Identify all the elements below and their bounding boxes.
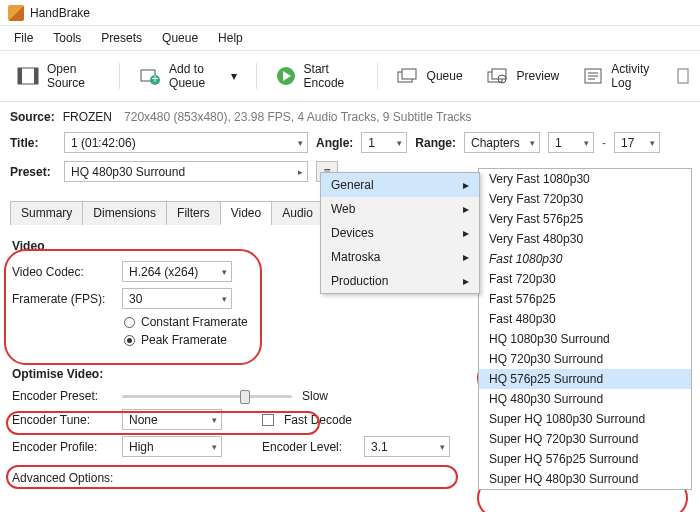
open-source-button[interactable]: Open Source — [8, 57, 109, 95]
preset-fast-720p30[interactable]: Fast 720p30 — [479, 269, 691, 289]
preview-label: Preview — [517, 69, 560, 83]
preset-category-menu: General▸ Web▸ Devices▸ Matroska▸ Product… — [320, 172, 480, 294]
title-select[interactable]: 1 (01:42:06)▾ — [64, 132, 308, 153]
preset-fast-480p30[interactable]: Fast 480p30 — [479, 309, 691, 329]
menu-presets[interactable]: Presets — [91, 28, 152, 48]
tab-summary[interactable]: Summary — [10, 201, 83, 225]
preset-list-menu: Very Fast 1080p30 Very Fast 720p30 Very … — [478, 168, 692, 490]
menu-bar: File Tools Presets Queue Help — [0, 26, 700, 51]
mi-label: Matroska — [331, 250, 380, 264]
svg-rect-2 — [34, 68, 38, 84]
start-encode-label: Start Encode — [304, 62, 358, 90]
title-label: Title: — [10, 136, 56, 150]
menu-item-devices[interactable]: Devices▸ — [321, 221, 479, 245]
preview-icon — [487, 66, 509, 86]
range-label: Range: — [415, 136, 456, 150]
angle-select[interactable]: 1▾ — [361, 132, 407, 153]
chevron-down-icon: ▾ — [231, 69, 237, 83]
tab-video[interactable]: Video — [220, 201, 272, 225]
preset-value: HQ 480p30 Surround — [71, 165, 185, 179]
source-meta: 720x480 (853x480), 23.98 FPS, 4 Audio Tr… — [124, 110, 472, 124]
video-codec-select[interactable]: H.264 (x264)▾ — [122, 261, 232, 282]
preview-button[interactable]: Preview — [478, 61, 569, 91]
preset-very-fast-576p25[interactable]: Very Fast 576p25 — [479, 209, 691, 229]
menu-help[interactable]: Help — [208, 28, 253, 48]
start-encode-button[interactable]: Start Encode — [267, 57, 367, 95]
mi-label: General — [331, 178, 374, 192]
mi-label: Web — [331, 202, 355, 216]
svg-rect-11 — [492, 69, 506, 79]
preset-selector[interactable]: HQ 480p30 Surround▸ — [64, 161, 308, 182]
add-queue-icon: + — [139, 66, 161, 86]
menu-item-production[interactable]: Production▸ — [321, 269, 479, 293]
svg-rect-17 — [678, 69, 688, 83]
preset-super-hq-480p30[interactable]: Super HQ 480p30 Surround — [479, 469, 691, 489]
preset-fast-576p25[interactable]: Fast 576p25 — [479, 289, 691, 309]
play-icon — [276, 66, 296, 86]
encoder-tune-select[interactable]: None▾ — [122, 409, 222, 430]
queue-button[interactable]: Queue — [388, 61, 472, 91]
separator — [256, 63, 257, 89]
chevron-right-icon: ▸ — [463, 274, 469, 288]
preset-fast-1080p30[interactable]: Fast 1080p30 — [479, 249, 691, 269]
chevron-right-icon: ▸ — [463, 250, 469, 264]
chevron-down-icon: ▾ — [397, 138, 402, 148]
preset-hq-1080p30[interactable]: HQ 1080p30 Surround — [479, 329, 691, 349]
preset-hq-720p30[interactable]: HQ 720p30 Surround — [479, 349, 691, 369]
preset-super-hq-576p25[interactable]: Super HQ 576p25 Surround — [479, 449, 691, 469]
chevron-right-icon: ▸ — [463, 202, 469, 216]
encoder-tune-label: Encoder Tune: — [12, 413, 112, 427]
tab-filters[interactable]: Filters — [166, 201, 221, 225]
encoder-level-select[interactable]: 3.1▾ — [364, 436, 450, 457]
chapter-from-select[interactable]: 1▾ — [548, 132, 594, 153]
encoder-tune-value: None — [129, 413, 158, 427]
toolbar: Open Source + Add to Queue ▾ Start Encod… — [0, 51, 700, 102]
fast-decode-checkbox[interactable] — [262, 414, 274, 426]
chapter-to-select[interactable]: 17▾ — [614, 132, 660, 153]
menu-item-matroska[interactable]: Matroska▸ — [321, 245, 479, 269]
encoder-profile-select[interactable]: High▾ — [122, 436, 222, 457]
menu-queue[interactable]: Queue — [152, 28, 208, 48]
menu-file[interactable]: File — [4, 28, 43, 48]
source-row: Source: FROZEN 720x480 (853x480), 23.98 … — [0, 102, 700, 128]
activity-log-button[interactable]: Activity Log — [574, 57, 668, 95]
preset-hq-576p25[interactable]: HQ 576p25 Surround — [479, 369, 691, 389]
overflow-icon[interactable] — [674, 66, 692, 86]
preset-super-hq-720p30[interactable]: Super HQ 720p30 Surround — [479, 429, 691, 449]
chevron-down-icon: ▾ — [212, 415, 217, 425]
preset-hq-480p30[interactable]: HQ 480p30 Surround — [479, 389, 691, 409]
tab-dimensions[interactable]: Dimensions — [82, 201, 167, 225]
add-queue-label: Add to Queue — [169, 62, 223, 90]
radio-icon — [124, 317, 135, 328]
fast-decode-label: Fast Decode — [284, 413, 352, 427]
title-value: 1 (01:42:06) — [71, 136, 136, 150]
separator — [377, 63, 378, 89]
svg-text:+: + — [152, 72, 159, 85]
encoder-preset-slider[interactable] — [122, 389, 292, 403]
log-icon — [583, 66, 603, 86]
add-to-queue-button[interactable]: + Add to Queue ▾ — [130, 57, 246, 95]
framerate-value: 30 — [129, 292, 142, 306]
preset-super-hq-1080p30[interactable]: Super HQ 1080p30 Surround — [479, 409, 691, 429]
menu-tools[interactable]: Tools — [43, 28, 91, 48]
chevron-down-icon: ▾ — [650, 138, 655, 148]
encoder-profile-value: High — [129, 440, 154, 454]
cfr-label: Constant Framerate — [141, 315, 248, 329]
framerate-select[interactable]: 30▾ — [122, 288, 232, 309]
pfr-label: Peak Framerate — [141, 333, 227, 347]
preset-very-fast-480p30[interactable]: Very Fast 480p30 — [479, 229, 691, 249]
menu-item-general[interactable]: General▸ — [321, 173, 479, 197]
range-select[interactable]: Chapters▾ — [464, 132, 540, 153]
range-value: Chapters — [471, 136, 520, 150]
queue-label: Queue — [427, 69, 463, 83]
activity-label: Activity Log — [611, 62, 659, 90]
preset-very-fast-1080p30[interactable]: Very Fast 1080p30 — [479, 169, 691, 189]
app-icon — [8, 5, 24, 21]
chevron-down-icon: ▾ — [222, 294, 227, 304]
tab-audio[interactable]: Audio — [271, 201, 324, 225]
preset-very-fast-720p30[interactable]: Very Fast 720p30 — [479, 189, 691, 209]
chevron-down-icon: ▾ — [440, 442, 445, 452]
chevron-down-icon: ▾ — [584, 138, 589, 148]
menu-item-web[interactable]: Web▸ — [321, 197, 479, 221]
angle-value: 1 — [368, 136, 375, 150]
